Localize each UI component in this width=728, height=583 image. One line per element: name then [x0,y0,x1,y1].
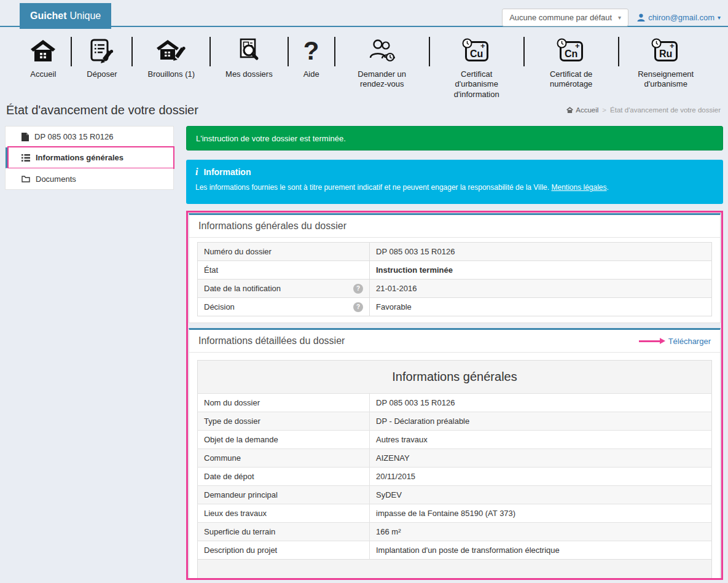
nav-item-deposer[interactable]: Déposer [87,36,117,79]
success-banner: L'instruction de votre dossier est termi… [186,126,723,151]
breadcrumb-separator: > [602,106,606,114]
help-icon: ? [303,38,319,64]
drafts-icon [157,39,186,63]
table-row: Date de la notification ? 21-01-2016 [198,280,712,298]
list-icon [22,154,30,162]
table-row: Date de dépot20/11/2015 [198,468,712,486]
brand-logo[interactable]: Guichet Unique [20,3,111,29]
chevron-down-icon: ▾ [718,14,721,21]
nav-item-renseignement-urbanisme[interactable]: Ru + Renseignement d'urbanisme [634,36,698,90]
top-header: Guichet Unique Aucune commune par défaut… [0,0,728,27]
table-row: État Instruction terminée [198,261,712,280]
table-row: Description du projetImplantation d'un p… [198,541,712,560]
sidebar-item-documents[interactable]: Documents [6,168,173,189]
nav-divider [288,37,289,66]
nav-divider [523,37,525,66]
help-icon[interactable]: ? [353,302,363,312]
brand-regular: Unique [70,10,101,22]
clock-icon [651,38,662,49]
table-row: Objet de la demandeAutres travaux [198,431,712,449]
page: Guichet Unique Aucune commune par défaut… [0,0,728,583]
user-email: chiron@gmail.com [648,13,714,22]
nav-divider [131,37,133,66]
nav-item-certificat-urbanisme[interactable]: Cu + Certificat d'urbanisme d'informatio… [445,36,509,100]
nav-divider [209,37,211,66]
file-icon [22,133,29,141]
sidebar-item-informations-generales[interactable]: Informations générales [6,147,173,168]
nav-divider [71,37,72,66]
panel-title: Informations générales du dossier [198,221,346,232]
nav-item-accueil[interactable]: Accueil [30,36,56,79]
download-link[interactable]: Télécharger [668,337,711,346]
user-icon [637,14,645,22]
deposit-form-icon [89,38,115,64]
commune-selector-value: Aucune commune par défaut [509,13,612,22]
info-title: Information [203,167,251,177]
dossier-detail-table: Informations générales Nom du dossierDP … [197,360,712,560]
info-icon: i [195,166,198,178]
nav-divider [334,37,335,66]
table-row: Numéro du dossier DP 085 003 15 R0126 [198,243,712,261]
annotation-highlight-box: Informations générales du dossier Numéro… [186,211,723,580]
plus-icon: + [670,42,675,50]
table-row: Décision ? Favorable [198,298,712,316]
plus-icon: + [480,42,485,50]
clock-icon [462,38,472,49]
nav-item-aide[interactable]: ? Aide [303,36,319,79]
nav-item-brouillons[interactable]: Brouillons (1) [147,36,195,79]
info-body-text: Les informations fournies le sont à titr… [195,183,551,192]
table-row: Demandeur principalSyDEV [198,486,712,504]
nav-item-certificat-numerotage[interactable]: Cn + Certificat de numérotage [539,36,603,90]
breadcrumb-home-link[interactable]: Accueil [566,106,598,114]
brand-bold: Guichet [30,10,67,22]
home-icon [30,39,56,63]
sidebar-item-dossier-number[interactable]: DP 085 003 15 R0126 [6,127,173,147]
cn-badge-icon: Cn + [560,41,583,61]
nav-item-rendez-vous[interactable]: Demander un rendez-vous [350,36,414,90]
table-row: Nom du dossierDP 085 003 15 R0126 [198,394,712,412]
dossier-sidebar: DP 085 003 15 R0126 Informations général… [5,126,174,190]
annotation-arrow [639,338,665,344]
table-row: Type de dossierDP - Déclaration préalabl… [198,412,712,431]
panel-title: Informations détaillées du dossier [198,335,345,346]
next-section-partial [197,560,712,580]
breadcrumb: Accueil > État d'avancement de votre dos… [566,106,721,114]
user-menu[interactable]: chiron@gmail.com ▾ [637,13,721,22]
table-row: Lieux des travauximpasse de la Fontaine … [198,504,712,523]
help-icon[interactable]: ? [353,284,363,294]
mentions-legales-link[interactable]: Mentions légales [551,183,606,192]
info-banner: i Information Les informations fournies … [186,160,723,204]
page-title: État d'avancement de votre dossier [6,103,198,117]
chevron-down-icon: ▾ [618,14,621,21]
table-row: CommuneAIZENAY [198,449,712,468]
appointment-icon [367,38,397,64]
panel-informations-generales-dossier: Informations générales du dossier Numéro… [189,213,721,323]
main-nav: Accueil Déposer [0,36,728,96]
nav-item-mes-dossiers[interactable]: Mes dossiers [225,36,273,79]
home-icon [566,107,573,113]
commune-selector[interactable]: Aucune commune par défaut ▾ [502,9,628,26]
folder-icon [22,175,30,182]
nav-divider [618,37,619,66]
table-row: Superficie du terrain166 m² [198,523,712,541]
nav-divider [429,37,430,66]
panel-informations-detaillees-dossier: Informations détaillées du dossier Téléc… [189,328,721,580]
ru-badge-icon: Ru + [654,41,678,61]
dossier-summary-table: Numéro du dossier DP 085 003 15 R0126 Ét… [197,242,712,316]
plus-icon: + [575,42,580,50]
my-files-icon [237,38,260,64]
breadcrumb-current: État d'avancement de votre dossier [610,106,721,114]
clock-icon [557,38,567,49]
detail-table-title: Informations générales [198,361,712,394]
cu-badge-icon: Cu + [465,41,488,61]
